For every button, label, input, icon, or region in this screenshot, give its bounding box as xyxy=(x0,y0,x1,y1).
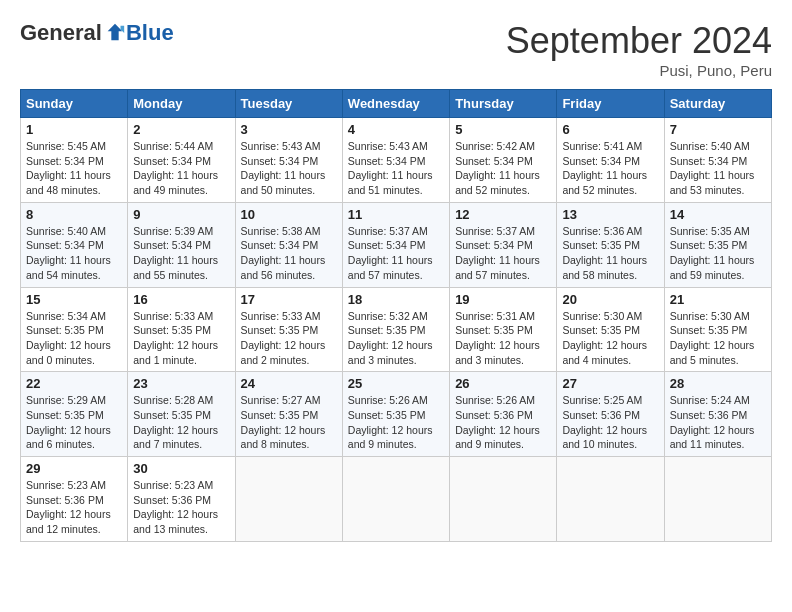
day-number: 20 xyxy=(562,292,658,307)
day-info: Sunrise: 5:43 AMSunset: 5:34 PMDaylight:… xyxy=(241,139,337,198)
calendar-cell xyxy=(235,457,342,542)
title-block: September 2024 Pusi, Puno, Peru xyxy=(506,20,772,79)
day-info: Sunrise: 5:33 AMSunset: 5:35 PMDaylight:… xyxy=(241,309,337,368)
calendar-table: SundayMondayTuesdayWednesdayThursdayFrid… xyxy=(20,89,772,542)
day-info: Sunrise: 5:26 AMSunset: 5:35 PMDaylight:… xyxy=(348,393,444,452)
calendar-cell: 19Sunrise: 5:31 AMSunset: 5:35 PMDayligh… xyxy=(450,287,557,372)
day-info: Sunrise: 5:33 AMSunset: 5:35 PMDaylight:… xyxy=(133,309,229,368)
logo-blue-text: Blue xyxy=(126,20,174,46)
day-info: Sunrise: 5:37 AMSunset: 5:34 PMDaylight:… xyxy=(348,224,444,283)
day-info: Sunrise: 5:34 AMSunset: 5:35 PMDaylight:… xyxy=(26,309,122,368)
calendar-week-row: 1Sunrise: 5:45 AMSunset: 5:34 PMDaylight… xyxy=(21,118,772,203)
calendar-cell: 30Sunrise: 5:23 AMSunset: 5:36 PMDayligh… xyxy=(128,457,235,542)
day-number: 24 xyxy=(241,376,337,391)
day-number: 5 xyxy=(455,122,551,137)
day-number: 2 xyxy=(133,122,229,137)
day-number: 15 xyxy=(26,292,122,307)
calendar-cell: 23Sunrise: 5:28 AMSunset: 5:35 PMDayligh… xyxy=(128,372,235,457)
day-number: 12 xyxy=(455,207,551,222)
calendar-cell: 16Sunrise: 5:33 AMSunset: 5:35 PMDayligh… xyxy=(128,287,235,372)
calendar-cell: 18Sunrise: 5:32 AMSunset: 5:35 PMDayligh… xyxy=(342,287,449,372)
day-info: Sunrise: 5:41 AMSunset: 5:34 PMDaylight:… xyxy=(562,139,658,198)
day-number: 11 xyxy=(348,207,444,222)
day-info: Sunrise: 5:30 AMSunset: 5:35 PMDaylight:… xyxy=(562,309,658,368)
day-number: 29 xyxy=(26,461,122,476)
calendar-week-row: 8Sunrise: 5:40 AMSunset: 5:34 PMDaylight… xyxy=(21,202,772,287)
day-number: 14 xyxy=(670,207,766,222)
calendar-cell: 5Sunrise: 5:42 AMSunset: 5:34 PMDaylight… xyxy=(450,118,557,203)
day-info: Sunrise: 5:23 AMSunset: 5:36 PMDaylight:… xyxy=(133,478,229,537)
weekday-header-tuesday: Tuesday xyxy=(235,90,342,118)
calendar-cell: 15Sunrise: 5:34 AMSunset: 5:35 PMDayligh… xyxy=(21,287,128,372)
day-info: Sunrise: 5:44 AMSunset: 5:34 PMDaylight:… xyxy=(133,139,229,198)
weekday-header-thursday: Thursday xyxy=(450,90,557,118)
calendar-cell: 8Sunrise: 5:40 AMSunset: 5:34 PMDaylight… xyxy=(21,202,128,287)
weekday-header-sunday: Sunday xyxy=(21,90,128,118)
calendar-week-row: 15Sunrise: 5:34 AMSunset: 5:35 PMDayligh… xyxy=(21,287,772,372)
calendar-cell: 25Sunrise: 5:26 AMSunset: 5:35 PMDayligh… xyxy=(342,372,449,457)
day-number: 16 xyxy=(133,292,229,307)
calendar-cell: 24Sunrise: 5:27 AMSunset: 5:35 PMDayligh… xyxy=(235,372,342,457)
day-number: 21 xyxy=(670,292,766,307)
day-number: 18 xyxy=(348,292,444,307)
day-info: Sunrise: 5:45 AMSunset: 5:34 PMDaylight:… xyxy=(26,139,122,198)
weekday-header-monday: Monday xyxy=(128,90,235,118)
logo-icon xyxy=(104,22,126,44)
calendar-cell: 14Sunrise: 5:35 AMSunset: 5:35 PMDayligh… xyxy=(664,202,771,287)
day-number: 28 xyxy=(670,376,766,391)
day-number: 7 xyxy=(670,122,766,137)
calendar-cell xyxy=(342,457,449,542)
day-number: 26 xyxy=(455,376,551,391)
day-number: 23 xyxy=(133,376,229,391)
day-number: 9 xyxy=(133,207,229,222)
calendar-cell: 3Sunrise: 5:43 AMSunset: 5:34 PMDaylight… xyxy=(235,118,342,203)
day-info: Sunrise: 5:29 AMSunset: 5:35 PMDaylight:… xyxy=(26,393,122,452)
calendar-cell: 10Sunrise: 5:38 AMSunset: 5:34 PMDayligh… xyxy=(235,202,342,287)
day-info: Sunrise: 5:38 AMSunset: 5:34 PMDaylight:… xyxy=(241,224,337,283)
calendar-cell: 22Sunrise: 5:29 AMSunset: 5:35 PMDayligh… xyxy=(21,372,128,457)
day-info: Sunrise: 5:43 AMSunset: 5:34 PMDaylight:… xyxy=(348,139,444,198)
calendar-cell: 20Sunrise: 5:30 AMSunset: 5:35 PMDayligh… xyxy=(557,287,664,372)
calendar-cell: 13Sunrise: 5:36 AMSunset: 5:35 PMDayligh… xyxy=(557,202,664,287)
calendar-cell: 9Sunrise: 5:39 AMSunset: 5:34 PMDaylight… xyxy=(128,202,235,287)
month-title: September 2024 xyxy=(506,20,772,62)
day-info: Sunrise: 5:24 AMSunset: 5:36 PMDaylight:… xyxy=(670,393,766,452)
day-info: Sunrise: 5:27 AMSunset: 5:35 PMDaylight:… xyxy=(241,393,337,452)
day-number: 1 xyxy=(26,122,122,137)
day-info: Sunrise: 5:26 AMSunset: 5:36 PMDaylight:… xyxy=(455,393,551,452)
day-number: 30 xyxy=(133,461,229,476)
calendar-cell: 2Sunrise: 5:44 AMSunset: 5:34 PMDaylight… xyxy=(128,118,235,203)
day-number: 25 xyxy=(348,376,444,391)
calendar-cell: 6Sunrise: 5:41 AMSunset: 5:34 PMDaylight… xyxy=(557,118,664,203)
day-number: 6 xyxy=(562,122,658,137)
calendar-cell: 4Sunrise: 5:43 AMSunset: 5:34 PMDaylight… xyxy=(342,118,449,203)
day-info: Sunrise: 5:30 AMSunset: 5:35 PMDaylight:… xyxy=(670,309,766,368)
day-number: 22 xyxy=(26,376,122,391)
day-info: Sunrise: 5:40 AMSunset: 5:34 PMDaylight:… xyxy=(26,224,122,283)
day-info: Sunrise: 5:36 AMSunset: 5:35 PMDaylight:… xyxy=(562,224,658,283)
day-info: Sunrise: 5:28 AMSunset: 5:35 PMDaylight:… xyxy=(133,393,229,452)
calendar-cell xyxy=(664,457,771,542)
location-subtitle: Pusi, Puno, Peru xyxy=(506,62,772,79)
day-number: 17 xyxy=(241,292,337,307)
calendar-cell: 7Sunrise: 5:40 AMSunset: 5:34 PMDaylight… xyxy=(664,118,771,203)
day-number: 3 xyxy=(241,122,337,137)
day-info: Sunrise: 5:37 AMSunset: 5:34 PMDaylight:… xyxy=(455,224,551,283)
calendar-cell: 21Sunrise: 5:30 AMSunset: 5:35 PMDayligh… xyxy=(664,287,771,372)
day-info: Sunrise: 5:42 AMSunset: 5:34 PMDaylight:… xyxy=(455,139,551,198)
weekday-header-friday: Friday xyxy=(557,90,664,118)
calendar-cell: 11Sunrise: 5:37 AMSunset: 5:34 PMDayligh… xyxy=(342,202,449,287)
calendar-cell xyxy=(450,457,557,542)
weekday-header-wednesday: Wednesday xyxy=(342,90,449,118)
calendar-cell xyxy=(557,457,664,542)
day-info: Sunrise: 5:39 AMSunset: 5:34 PMDaylight:… xyxy=(133,224,229,283)
day-info: Sunrise: 5:23 AMSunset: 5:36 PMDaylight:… xyxy=(26,478,122,537)
day-info: Sunrise: 5:40 AMSunset: 5:34 PMDaylight:… xyxy=(670,139,766,198)
day-number: 19 xyxy=(455,292,551,307)
page-header: General Blue September 2024 Pusi, Puno, … xyxy=(20,20,772,79)
day-info: Sunrise: 5:35 AMSunset: 5:35 PMDaylight:… xyxy=(670,224,766,283)
weekday-header-saturday: Saturday xyxy=(664,90,771,118)
calendar-week-row: 29Sunrise: 5:23 AMSunset: 5:36 PMDayligh… xyxy=(21,457,772,542)
calendar-cell: 1Sunrise: 5:45 AMSunset: 5:34 PMDaylight… xyxy=(21,118,128,203)
calendar-cell: 29Sunrise: 5:23 AMSunset: 5:36 PMDayligh… xyxy=(21,457,128,542)
